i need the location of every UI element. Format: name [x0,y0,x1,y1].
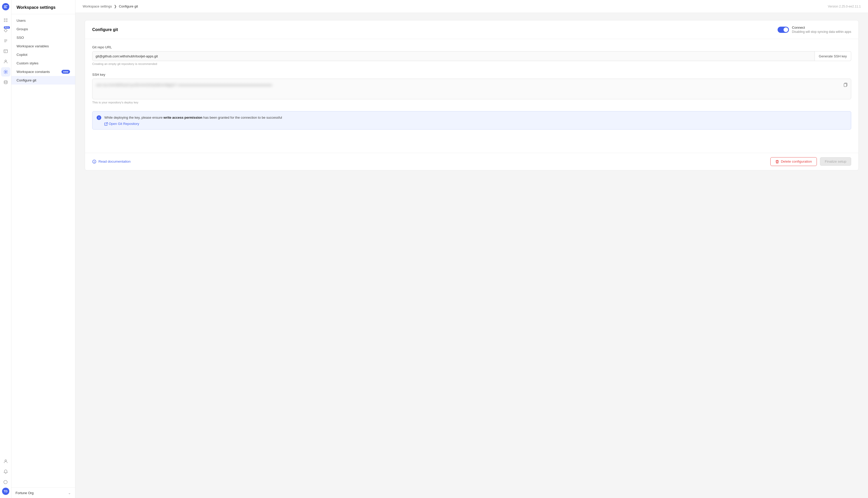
svg-rect-3 [4,21,5,22]
nav-item-users[interactable]: Users [11,16,75,25]
sidebar-icon-profile[interactable] [1,457,10,466]
git-repo-url-input[interactable]: git@github.com:withshubh/tooljet-apps.gi… [92,51,815,61]
toggle-label: Connect [792,26,851,29]
icon-sidebar: Beta TD [0,0,11,498]
trash-icon [775,159,779,164]
breadcrumb: Workspace settings ❯ Configure git [83,4,138,8]
ssh-key-value: ssh-rsa AAAAB3NzaC1yc2EAAAADAQABAAABgQC7… [96,82,735,88]
svg-rect-2 [6,18,8,20]
generate-ssh-key-button[interactable]: Generate SSH key [815,51,851,61]
topbar: Workspace settings ❯ Configure git Versi… [76,0,868,13]
toggle-sublabel: Disabling will stop syncing data within … [792,30,851,34]
ssh-key-box: ssh-rsa AAAAB3NzaC1yc2EAAAADAQABAAABgQC7… [92,79,851,99]
logo[interactable] [2,3,9,10]
copy-icon[interactable] [843,82,848,87]
nav-item-workspace-variables[interactable]: Workspace variables [11,42,75,50]
info-text: While deploying the key, please ensure w… [104,115,282,120]
card-body: Git repo URL git@github.com:withshubh/to… [85,39,858,153]
sidebar-icon-settings[interactable] [1,67,10,77]
card-header: Configure git Connect Disabling will sto… [85,21,858,39]
nav-item-custom-styles[interactable]: Custom styles [11,59,75,67]
toggle-section: Connect Disabling will stop syncing data… [777,26,851,34]
toggle-info: Connect Disabling will stop syncing data… [792,26,851,34]
sidebar-icon-users[interactable] [1,57,10,66]
git-repo-url-input-row: git@github.com:withshubh/tooljet-apps.gi… [92,51,851,61]
svg-rect-7 [4,42,6,42]
git-repo-url-hint: Creating an empty git repository is reco… [92,62,851,65]
content-area: Configure git Connect Disabling will sto… [76,13,868,498]
delete-configuration-label: Delete configuration [781,159,812,163]
info-content: While deploying the key, please ensure w… [104,115,282,126]
info-box: i While deploying the key, please ensure… [92,111,851,130]
sidebar-icon-database[interactable] [1,78,10,87]
nav-items: Users Groups SSO Workspace variables Cop… [11,14,75,487]
git-repo-url-label: Git repo URL [92,45,851,49]
breadcrumb-separator: ❯ [114,4,117,8]
version-label: Version 2.25.0-ee2.11.1 [828,5,861,8]
left-nav: Workspace settings Users Groups SSO Work… [11,0,76,498]
nav-footer[interactable]: Fortune Org ⌄ [11,487,75,498]
nav-item-sso[interactable]: SSO [11,34,75,42]
svg-rect-8 [4,50,8,53]
finalize-setup-button: Finalize setup [820,157,851,166]
ssh-key-section: SSH key ssh-rsa AAAAB3NzaC1yc2EAAAADAQAB… [92,73,851,104]
main: Workspace settings ❯ Configure git Versi… [76,0,868,498]
info-text-before: While deploying the key, please ensure [104,116,164,119]
svg-point-11 [5,60,6,62]
configure-git-title: Configure git [92,27,118,32]
workspace-settings-title: Workspace settings [11,0,75,14]
card-footer: Read documentation Delete configuration … [85,153,858,170]
sidebar-icon-components[interactable]: Beta [1,26,10,35]
breadcrumb-current: Configure git [119,4,138,8]
svg-point-14 [5,460,6,461]
breadcrumb-parent[interactable]: Workspace settings [83,4,112,8]
svg-rect-4 [6,21,8,22]
connect-toggle[interactable] [777,27,789,33]
nav-item-configure-git[interactable]: Configure git [11,76,75,84]
footer-right: Delete configuration Finalize setup [770,157,851,166]
new-badge: new [62,70,70,74]
read-docs-label: Read documentation [98,159,131,163]
nav-item-copilot[interactable]: Copilot [11,50,75,59]
svg-point-17 [94,161,95,161]
open-git-repository-label: Open Git Repository [109,122,139,126]
info-text-after: has been granted for the connection to b… [202,116,282,119]
delete-configuration-button[interactable]: Delete configuration [770,157,817,166]
nav-item-groups[interactable]: Groups [11,25,75,34]
sidebar-icon-list[interactable] [1,36,10,45]
chevron-down-icon: ⌄ [68,491,71,495]
read-documentation-button[interactable]: Read documentation [92,159,131,164]
configure-git-card: Configure git Connect Disabling will sto… [85,20,859,170]
nav-item-workspace-constants[interactable]: Workspace constants new [11,67,75,76]
svg-rect-1 [4,18,5,20]
ssh-key-hint: This is your repository's deploy key [92,101,851,104]
sidebar-icon-apps[interactable] [1,15,10,25]
user-avatar[interactable]: TD [2,488,9,495]
ssh-key-label: SSH key [92,73,851,77]
docs-icon [92,159,96,164]
external-link-icon [104,122,108,126]
git-repo-url-section: Git repo URL git@github.com:withshubh/to… [92,45,851,65]
info-icon: i [97,115,101,120]
sidebar-icon-table[interactable] [1,47,10,56]
svg-point-13 [4,81,7,82]
org-name: Fortune Org [15,491,33,495]
open-git-repository-link[interactable]: Open Git Repository [104,122,139,126]
svg-point-12 [5,71,6,73]
sidebar-icon-theme[interactable] [1,477,10,487]
sidebar-icon-notifications[interactable] [1,467,10,476]
info-text-bold: write access permission [164,116,202,119]
svg-rect-16 [844,83,846,87]
svg-rect-6 [4,41,7,41]
svg-rect-5 [4,40,7,40]
